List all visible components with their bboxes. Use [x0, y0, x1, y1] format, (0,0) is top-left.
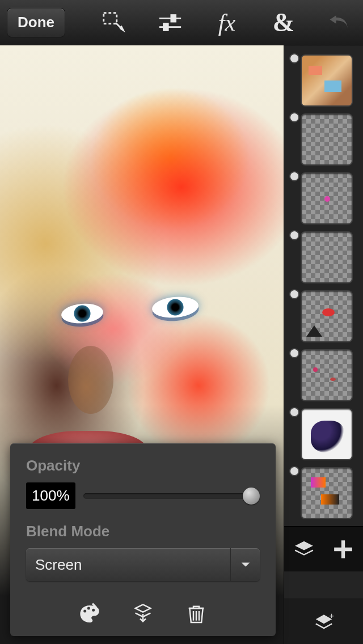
layer-item[interactable]	[293, 231, 355, 283]
layer-item[interactable]	[293, 408, 355, 460]
svg-rect-4	[164, 23, 168, 30]
svg-text:+: +	[329, 611, 334, 620]
artwork-face	[61, 302, 104, 325]
new-layer-stack-icon[interactable]: +	[310, 608, 338, 636]
blend-mode-label: Blend Mode	[26, 523, 260, 540]
svg-rect-0	[104, 12, 117, 23]
layer-item[interactable]	[293, 113, 355, 166]
selection-tool-icon[interactable]	[88, 0, 139, 45]
visibility-toggle-icon[interactable]	[289, 466, 299, 476]
visibility-toggle-icon[interactable]	[289, 230, 299, 240]
opacity-slider[interactable]	[83, 493, 260, 499]
svg-point-8	[92, 609, 95, 612]
color-palette-icon[interactable]	[75, 600, 104, 628]
layers-icon[interactable]	[290, 535, 318, 564]
layer-item[interactable]	[293, 349, 355, 401]
layers-panel: +	[284, 45, 363, 644]
svg-rect-2	[171, 15, 176, 22]
adjustments-icon[interactable]	[145, 0, 196, 45]
opacity-value: 100%	[26, 482, 75, 509]
opacity-label: Opacity	[26, 457, 260, 474]
visibility-toggle-icon[interactable]	[289, 112, 299, 122]
panel-actions	[26, 594, 260, 628]
layer-item[interactable]	[293, 290, 355, 342]
blend-mode-select[interactable]: Screen	[26, 548, 260, 581]
visibility-toggle-icon[interactable]	[289, 53, 299, 63]
visibility-toggle-icon[interactable]	[289, 171, 299, 181]
layer-item[interactable]	[293, 54, 355, 107]
undo-button[interactable]	[322, 6, 356, 40]
layer-properties-panel: Opacity 100% Blend Mode Screen	[10, 443, 276, 636]
svg-point-6	[83, 610, 86, 613]
merge-down-icon[interactable]	[129, 600, 157, 628]
add-layer-button[interactable]	[329, 535, 357, 564]
visibility-toggle-icon[interactable]	[289, 289, 299, 299]
visibility-toggle-icon[interactable]	[289, 348, 299, 358]
trash-icon[interactable]	[182, 600, 210, 628]
layers-footer: +	[284, 599, 363, 644]
artwork-face	[151, 295, 200, 319]
slider-thumb-icon[interactable]	[243, 488, 260, 505]
done-button[interactable]: Done	[7, 8, 65, 37]
artwork-face	[68, 346, 113, 414]
combine-icon[interactable]: &	[258, 0, 309, 45]
layer-item[interactable]	[293, 172, 355, 224]
blend-mode-value: Screen	[35, 556, 82, 574]
layer-item[interactable]	[293, 467, 355, 519]
visibility-toggle-icon[interactable]	[289, 407, 299, 417]
top-toolbar: Done fx &	[0, 0, 363, 45]
chevron-down-icon[interactable]	[230, 548, 260, 581]
layers-mode-row	[284, 526, 363, 571]
svg-point-7	[87, 607, 90, 610]
fx-effects-icon[interactable]: fx	[201, 0, 252, 45]
